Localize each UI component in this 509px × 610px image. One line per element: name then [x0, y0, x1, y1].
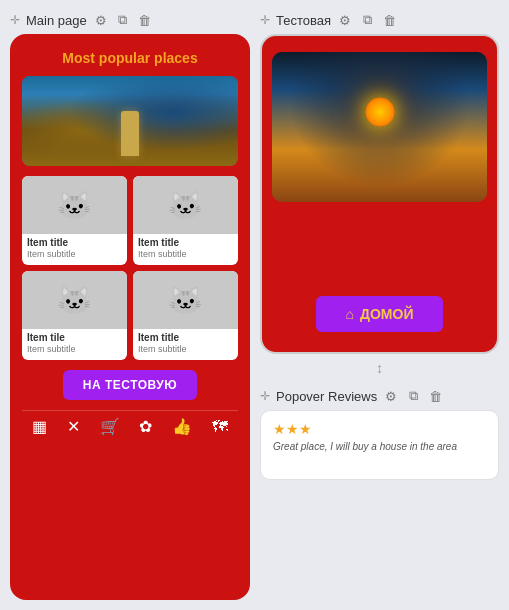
home-button-label: ДОМОЙ	[360, 306, 413, 322]
grid-item-1: Item title Item subtitle	[22, 176, 127, 265]
popover-copy-icon[interactable]: ⧉	[405, 388, 421, 404]
right-hero-image	[272, 52, 487, 202]
nav-like-icon[interactable]: 👍	[172, 417, 192, 436]
home-button[interactable]: ⌂ ДОМОЙ	[316, 296, 444, 332]
item-image-2	[133, 176, 238, 234]
nav-grid-icon[interactable]: ▦	[32, 417, 47, 436]
left-phone-frame: Most popular places Item title Item subt…	[10, 34, 250, 600]
right-panel-title: Тестовая	[276, 13, 331, 28]
grid-item-4: Item title Item subtitle	[133, 271, 238, 360]
nav-close-icon[interactable]: ✕	[67, 417, 80, 436]
item-subtitle-3: Item subtitle	[22, 344, 127, 356]
left-panel-header: ✛ Main page ⚙ ⧉ 🗑	[10, 10, 250, 30]
nav-map-icon[interactable]: 🗺	[212, 418, 228, 436]
right-phone-frame: ⌂ ДОМОЙ	[260, 34, 499, 354]
item-title-3: Item tile	[22, 329, 127, 344]
item-image-1	[22, 176, 127, 234]
left-trash-icon[interactable]: 🗑	[137, 12, 153, 28]
bottom-navigation: ▦ ✕ 🛒 ✿ 👍 🗺	[22, 410, 238, 438]
home-icon: ⌂	[346, 306, 354, 322]
item-subtitle-1: Item subtitle	[22, 249, 127, 261]
item-image-3	[22, 271, 127, 329]
popover-move-icon[interactable]: ✛	[260, 389, 270, 403]
right-move-icon[interactable]: ✛	[260, 13, 270, 27]
nav-cart-icon[interactable]: 🛒	[100, 417, 120, 436]
right-panel: ✛ Тестовая ⚙ ⧉ 🗑 ⌂ ДОМОЙ ↕ ✛ Popover Rev…	[260, 10, 499, 600]
popover-panel: ✛ Popover Reviews ⚙ ⧉ 🗑 ★★★ Great place,…	[260, 386, 499, 480]
popover-gear-icon[interactable]: ⚙	[383, 388, 399, 404]
right-gear-icon[interactable]: ⚙	[337, 12, 353, 28]
resize-handle[interactable]: ↕	[260, 358, 499, 378]
popover-panel-header: ✛ Popover Reviews ⚙ ⧉ 🗑	[260, 386, 499, 406]
item-image-4	[133, 271, 238, 329]
items-grid: Item title Item subtitle Item title Item…	[22, 176, 238, 360]
review-text: Great place, I will buy a house in the a…	[273, 441, 486, 452]
item-title-2: Item title	[133, 234, 238, 249]
right-copy-icon[interactable]: ⧉	[359, 12, 375, 28]
right-panel-header: ✛ Тестовая ⚙ ⧉ 🗑	[260, 10, 499, 30]
item-title-4: Item title	[133, 329, 238, 344]
grid-item-3: Item tile Item subtitle	[22, 271, 127, 360]
right-trash-icon[interactable]: 🗑	[381, 12, 397, 28]
nav-star-icon[interactable]: ✿	[139, 417, 152, 436]
grid-item-2: Item title Item subtitle	[133, 176, 238, 265]
item-title-1: Item title	[22, 234, 127, 249]
right-top-section: ✛ Тестовая ⚙ ⧉ 🗑 ⌂ ДОМОЙ ↕	[260, 10, 499, 378]
item-subtitle-4: Item subtitle	[133, 344, 238, 356]
review-stars: ★★★	[273, 421, 486, 437]
left-gear-icon[interactable]: ⚙	[93, 12, 109, 28]
popover-panel-title: Popover Reviews	[276, 389, 377, 404]
left-hero-image	[22, 76, 238, 166]
item-subtitle-2: Item subtitle	[133, 249, 238, 261]
review-card: ★★★ Great place, I will buy a house in t…	[260, 410, 499, 480]
phone-hero-title: Most popular places	[22, 50, 238, 66]
navigate-to-test-button[interactable]: НА ТЕСТОВУЮ	[63, 370, 197, 400]
left-panel: ✛ Main page ⚙ ⧉ 🗑 Most popular places It…	[10, 10, 250, 600]
left-panel-title: Main page	[26, 13, 87, 28]
move-icon[interactable]: ✛	[10, 13, 20, 27]
left-copy-icon[interactable]: ⧉	[115, 12, 131, 28]
popover-trash-icon[interactable]: 🗑	[427, 388, 443, 404]
